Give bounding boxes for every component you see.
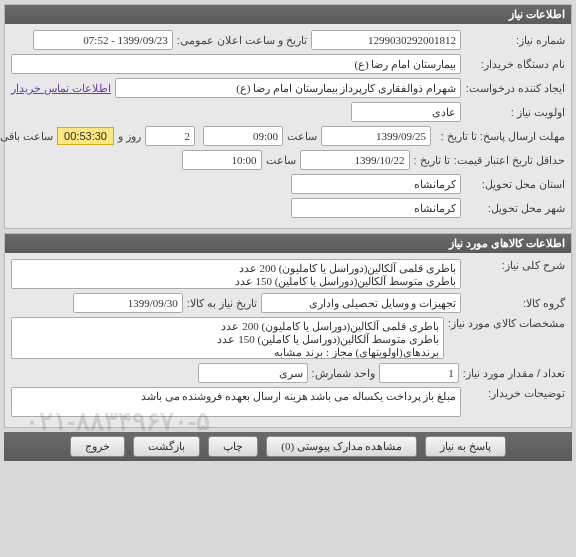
footer-bar: پاسخ به نیاز مشاهده مدارک پیوستی (0) چاپ… <box>4 432 572 461</box>
need-info-header: اطلاعات نیاز <box>5 5 571 24</box>
group-label: گروه کالا: <box>465 297 565 310</box>
need-info-body: شماره نیاز: تاریخ و ساعت اعلان عمومی: نا… <box>5 24 571 228</box>
delivery-city-field[interactable] <box>291 198 461 218</box>
validity-time-field[interactable] <box>182 150 262 170</box>
need-number-field[interactable] <box>311 30 461 50</box>
qty-label: تعداد / مقدار مورد نیاز: <box>463 367 565 380</box>
announce-field[interactable] <box>33 30 173 50</box>
notes-field[interactable] <box>11 387 461 417</box>
delivery-city-label: شهر محل تحویل: <box>465 202 565 215</box>
deadline-date-field[interactable] <box>321 126 431 146</box>
unit-field[interactable] <box>198 363 308 383</box>
validity-time-label: ساعت <box>266 154 296 167</box>
deadline-label: مهلت ارسال پاسخ: تا تاریخ : <box>435 130 565 143</box>
countdown-badge: 00:53:30 <box>57 127 114 145</box>
buyer-label: نام دستگاه خریدار: <box>465 58 565 71</box>
priority-field[interactable] <box>351 102 461 122</box>
print-button[interactable]: چاپ <box>208 436 258 457</box>
goods-body: شرح کلی نیاز: گروه کالا: تاریخ نیاز به ک… <box>5 253 571 427</box>
need-date-label: تاریخ نیاز به کالا: <box>187 297 257 310</box>
validity-label: حداقل تاریخ اعتبار قیمت: <box>454 154 565 167</box>
need-info-panel: اطلاعات نیاز شماره نیاز: تاریخ و ساعت اع… <box>4 4 572 229</box>
group-field[interactable] <box>261 293 461 313</box>
goods-header: اطلاعات کالاهای مورد نیاز <box>5 234 571 253</box>
spec-label: مشخصات کالای مورد نیاز: <box>448 317 565 330</box>
announce-label: تاریخ و ساعت اعلان عمومی: <box>177 34 307 47</box>
validity-sub: تا تاریخ : <box>414 154 450 167</box>
contact-link[interactable]: اطلاعات تماس خریدار <box>11 82 111 95</box>
notes-label: توضیحات خریدار: <box>465 387 565 400</box>
goods-panel: اطلاعات کالاهای مورد نیاز شرح کلی نیاز: … <box>4 233 572 428</box>
requester-label: ایجاد کننده درخواست: <box>465 82 565 95</box>
requester-field[interactable] <box>115 78 461 98</box>
spec-field[interactable] <box>11 317 444 359</box>
days-field[interactable] <box>145 126 195 146</box>
delivery-province-label: استان محل تحویل: <box>465 178 565 191</box>
unit-label: واحد شمارش: <box>312 367 375 380</box>
attachments-button[interactable]: مشاهده مدارک پیوستی (0) <box>266 436 417 457</box>
deadline-time-label: ساعت <box>287 130 317 143</box>
remain-label: ساعت باقی مانده <box>0 130 53 143</box>
qty-field[interactable] <box>379 363 459 383</box>
days-label: روز و <box>118 130 141 143</box>
desc-field[interactable] <box>11 259 461 289</box>
exit-button[interactable]: خروج <box>70 436 125 457</box>
desc-label: شرح کلی نیاز: <box>465 259 565 272</box>
respond-button[interactable]: پاسخ به نیاز <box>425 436 506 457</box>
back-button[interactable]: بازگشت <box>133 436 200 457</box>
priority-label: اولویت نیاز : <box>465 106 565 119</box>
deadline-time-field[interactable] <box>203 126 283 146</box>
delivery-province-field[interactable] <box>291 174 461 194</box>
need-date-field[interactable] <box>73 293 183 313</box>
buyer-field[interactable] <box>11 54 461 74</box>
need-number-label: شماره نیاز: <box>465 34 565 47</box>
validity-date-field[interactable] <box>300 150 410 170</box>
